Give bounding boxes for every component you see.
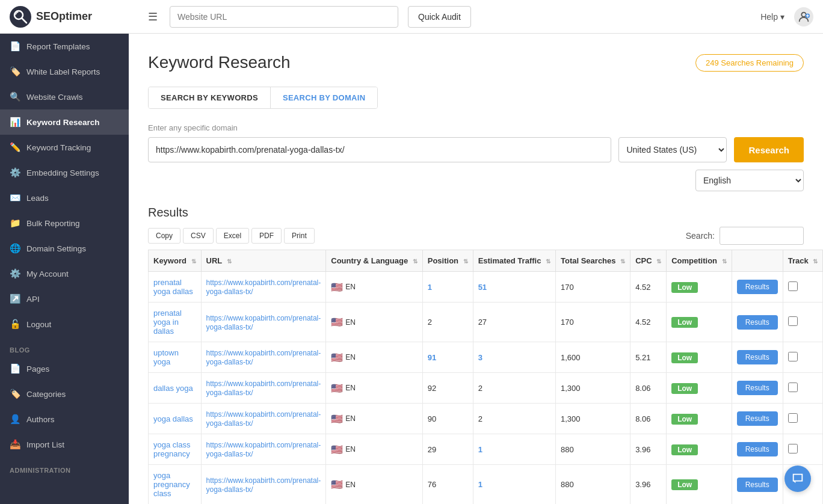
cell-keyword-4: yoga dallas (149, 404, 202, 434)
url-link-0[interactable]: https://www.kopabirth.com/prenatal-yoga-… (206, 278, 321, 296)
sidebar-item-white-label-reports[interactable]: 🏷️White Label Reports (0, 59, 129, 84)
user-avatar[interactable] (794, 7, 813, 26)
col-total-searches[interactable]: Total Searches ⇅ (556, 250, 630, 272)
pdf-button[interactable]: PDF (251, 228, 282, 244)
print-button[interactable]: Print (284, 228, 315, 244)
keyword-tracking-icon: ✏️ (10, 142, 20, 153)
results-button-0[interactable]: Results (737, 280, 778, 294)
cell-keyword-2: uptown yoga (149, 342, 202, 373)
tab-search-by-domain[interactable]: SEARCH BY DOMAIN (271, 87, 377, 108)
url-link-4[interactable]: https://www.kopabirth.com/prenatal-yoga-… (206, 410, 321, 428)
track-checkbox-5[interactable] (788, 444, 798, 453)
url-link-1[interactable]: https://www.kopabirth.com/prenatal-yoga-… (206, 314, 321, 331)
export-buttons: Copy CSV Excel PDF Print (148, 228, 315, 244)
sort-keyword-icon: ⇅ (191, 258, 196, 265)
keyword-link-6[interactable]: yoga pregnancy class (153, 471, 190, 498)
searches-value-1: 170 (561, 318, 574, 327)
track-checkbox-4[interactable] (788, 413, 798, 423)
copy-button[interactable]: Copy (148, 228, 180, 244)
cell-keyword-6: yoga pregnancy class (149, 465, 202, 505)
results-button-2[interactable]: Results (737, 350, 778, 364)
track-checkbox-0[interactable] (788, 281, 798, 291)
keyword-link-1[interactable]: prenatal yoga in dallas (153, 309, 182, 336)
traffic-value-1: 27 (478, 318, 487, 327)
quick-audit-button[interactable]: Quick Audit (408, 6, 471, 28)
col-competition[interactable]: Competition ⇅ (667, 250, 732, 272)
col-cpc[interactable]: CPC ⇅ (630, 250, 667, 272)
sort-track-icon: ⇅ (813, 258, 818, 265)
results-button-5[interactable]: Results (737, 442, 778, 456)
url-link-2[interactable]: https://www.kopabirth.com/prenatal-yoga-… (206, 349, 321, 366)
hamburger-button[interactable]: ☰ (146, 8, 160, 26)
col-actions (732, 250, 783, 272)
col-keyword[interactable]: Keyword ⇅ (149, 250, 202, 272)
sidebar-item-bulk-reporting[interactable]: 📁Bulk Reporting (0, 211, 129, 236)
cell-traffic-1: 27 (473, 303, 555, 342)
keyword-link-2[interactable]: uptown yoga (153, 348, 179, 366)
results-button-4[interactable]: Results (737, 411, 778, 426)
url-link-5[interactable]: https://www.kopabirth.com/prenatal-yoga-… (206, 441, 321, 458)
cell-traffic-4: 2 (473, 404, 555, 434)
app-name: SEOptimer (36, 10, 92, 23)
track-checkbox-3[interactable] (788, 383, 798, 392)
competition-badge-0: Low (671, 282, 698, 293)
sidebar-item-embedding-settings[interactable]: ⚙️Embedding Settings (0, 160, 129, 185)
col-url[interactable]: URL ⇅ (201, 250, 326, 272)
col-estimated-traffic[interactable]: Estimated Traffic ⇅ (473, 250, 555, 272)
url-link-3[interactable]: https://www.kopabirth.com/prenatal-yoga-… (206, 380, 321, 397)
results-button-3[interactable]: Results (737, 381, 778, 395)
domain-input[interactable] (148, 137, 611, 162)
keyword-link-3[interactable]: dallas yoga (153, 384, 193, 393)
sidebar-item-categories[interactable]: 🏷️Categories (0, 381, 129, 407)
keyword-link-5[interactable]: yoga class pregnancy (153, 440, 190, 458)
track-checkbox-2[interactable] (788, 352, 798, 361)
country-select[interactable]: United States (US) United Kingdom (UK) C… (618, 137, 727, 162)
keyword-link-4[interactable]: yoga dallas (153, 414, 193, 423)
cell-track-5 (783, 434, 823, 465)
keyword-link-0[interactable]: prenatal yoga dallas (153, 278, 193, 296)
sidebar-item-my-account[interactable]: ⚙️My Account (0, 261, 129, 286)
excel-button[interactable]: Excel (216, 228, 249, 244)
import-list-icon: 📥 (10, 439, 20, 450)
results-button-6[interactable]: Results (737, 478, 778, 492)
cell-results-btn-0: Results (732, 272, 783, 303)
cell-searches-5: 880 (556, 434, 630, 465)
col-position[interactable]: Position ⇅ (422, 250, 473, 272)
cell-results-btn-6: Results (732, 465, 783, 505)
domain-settings-icon: 🌐 (10, 243, 20, 254)
sidebar-item-import-list[interactable]: 📥Import List (0, 432, 129, 457)
sidebar-item-report-templates[interactable]: 📄Report Templates (0, 34, 129, 59)
lang-text-6: EN (345, 481, 356, 489)
sidebar-item-leads[interactable]: ✉️Leads (0, 185, 129, 211)
col-country-lang[interactable]: Country & Language ⇅ (326, 250, 422, 272)
table-row: prenatal yoga dallas https://www.kopabir… (149, 272, 823, 303)
url-link-6[interactable]: https://www.kopabirth.com/prenatal-yoga-… (206, 476, 321, 494)
csv-button[interactable]: CSV (183, 228, 214, 244)
sort-searches-icon: ⇅ (620, 258, 625, 265)
language-select[interactable]: English Spanish French German (695, 170, 804, 191)
sidebar-item-keyword-tracking[interactable]: ✏️Keyword Tracking (0, 135, 129, 160)
chat-bubble[interactable] (784, 466, 811, 492)
sidebar-item-keyword-research[interactable]: 📊Keyword Research (0, 109, 129, 135)
sidebar-label-bulk-reporting: Bulk Reporting (26, 219, 80, 228)
col-track[interactable]: Track ⇅ (783, 250, 823, 272)
sidebar-label-api: API (26, 295, 40, 304)
sidebar-item-domain-settings[interactable]: 🌐Domain Settings (0, 236, 129, 261)
website-url-input[interactable] (170, 6, 398, 28)
track-checkbox-1[interactable] (788, 316, 798, 326)
bulk-reporting-icon: 📁 (10, 218, 20, 229)
results-button-1[interactable]: Results (737, 315, 778, 330)
sidebar-item-pages[interactable]: 📄Pages (0, 356, 129, 381)
sidebar-item-api[interactable]: ↗️API (0, 286, 129, 312)
cell-country-0: 🇺🇸 EN (326, 272, 422, 303)
table-search-input[interactable] (720, 227, 804, 245)
sort-traffic-icon: ⇅ (546, 258, 550, 265)
tab-search-by-keywords[interactable]: SEARCH BY KEYWORDS (149, 87, 271, 108)
cell-cpc-0: 4.52 (630, 272, 667, 303)
research-button[interactable]: Research (734, 137, 804, 162)
competition-badge-3: Low (671, 383, 698, 394)
sidebar-item-website-crawls[interactable]: 🔍Website Crawls (0, 84, 129, 109)
help-button[interactable]: Help ▾ (760, 12, 784, 22)
sidebar-item-logout[interactable]: 🔓Logout (0, 312, 129, 337)
sidebar-item-authors[interactable]: 👤Authors (0, 407, 129, 432)
